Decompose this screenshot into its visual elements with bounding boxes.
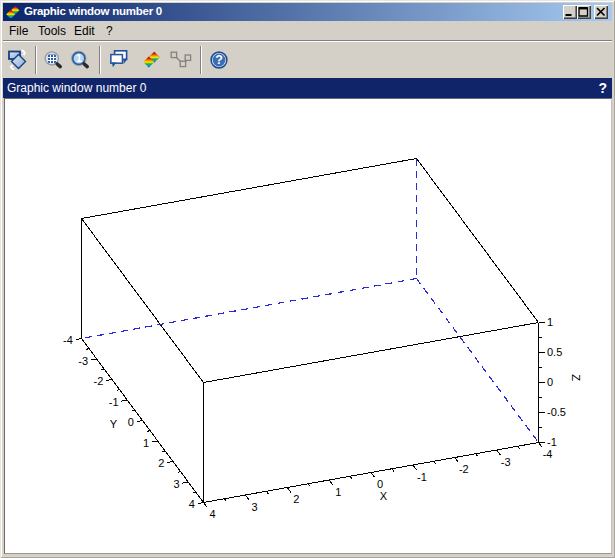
svg-text:1: 1	[335, 486, 341, 498]
svg-text:-2: -2	[459, 463, 469, 475]
svg-text:-2: -2	[94, 375, 104, 387]
svg-text:-1: -1	[109, 396, 119, 408]
svg-text:Z: Z	[570, 374, 582, 381]
svg-text:X: X	[380, 490, 388, 502]
svg-text:0.5: 0.5	[547, 346, 562, 358]
svg-text:2: 2	[158, 457, 164, 469]
svg-text:0: 0	[547, 376, 553, 388]
svg-text:0: 0	[377, 478, 383, 490]
svg-text:-1: -1	[417, 471, 427, 483]
svg-text:1: 1	[143, 437, 149, 449]
svg-text:4: 4	[189, 498, 195, 510]
svg-text:1: 1	[76, 52, 82, 64]
svg-text:-4: -4	[543, 448, 553, 460]
svg-text:-0.5: -0.5	[547, 406, 566, 418]
svg-text:4: 4	[210, 508, 216, 520]
svg-text:Y: Y	[110, 418, 118, 430]
svg-text:2: 2	[293, 493, 299, 505]
svg-text:-3: -3	[501, 456, 511, 468]
svg-text:-1: -1	[547, 436, 557, 448]
svg-text:-3: -3	[78, 355, 88, 367]
svg-text:?: ?	[215, 53, 223, 67]
svg-text:-4: -4	[63, 334, 73, 346]
svg-text:3: 3	[173, 478, 179, 490]
svg-text:1: 1	[547, 316, 553, 328]
svg-text:3: 3	[251, 501, 257, 513]
svg-text:0: 0	[128, 416, 134, 428]
